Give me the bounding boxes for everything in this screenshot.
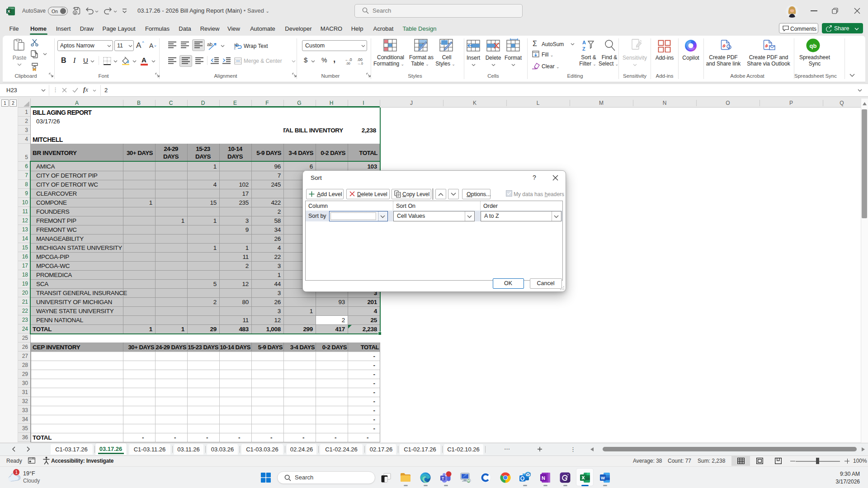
svg-text:c: c	[234, 46, 236, 50]
svg-text:T: T	[442, 476, 444, 481]
svg-text:Z: Z	[582, 46, 585, 52]
svg-text:A: A	[582, 40, 586, 45]
svg-text:→.0: →.0	[357, 62, 363, 65]
svg-text:←.0: ←.0	[345, 57, 352, 62]
svg-text:W: W	[601, 475, 605, 480]
svg-text:.00: .00	[357, 57, 363, 62]
svg-text:ab: ab	[207, 42, 212, 47]
svg-text:X: X	[7, 9, 10, 14]
svg-text:N: N	[542, 475, 545, 481]
svg-text:.00: .00	[346, 62, 350, 65]
svg-text:qb: qb	[810, 42, 817, 49]
